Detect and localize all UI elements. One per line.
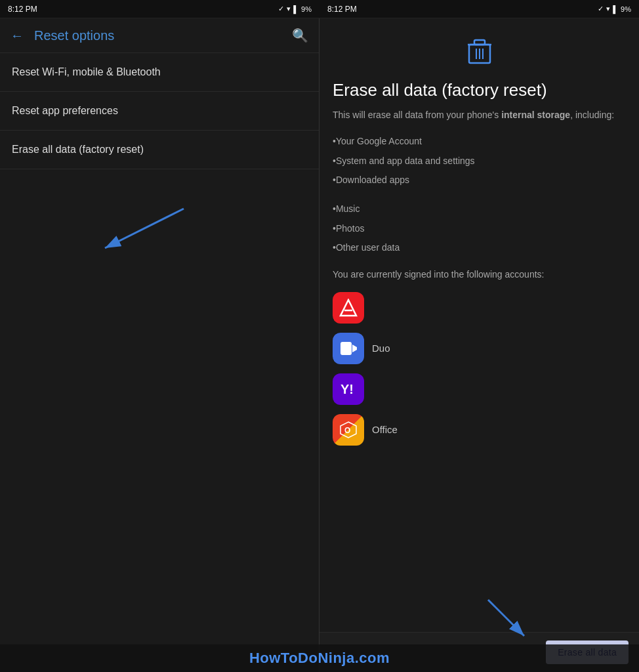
office-label: Office [372,424,398,435]
svg-marker-8 [340,300,356,316]
left-header: ← Reset options 🔍 [0,18,319,53]
svg-text:Y!: Y! [340,382,354,396]
svg-line-1 [105,209,184,248]
svg-line-16 [488,600,524,636]
data-item-google: •Your Google Account [333,135,626,148]
data-item-music: •Music [333,203,626,216]
page-title: Reset options [34,28,292,43]
status-icons-left: ✓ ▾ ▌ 9% [278,5,312,13]
trash-icon [468,38,491,70]
back-button[interactable]: ← [10,28,24,43]
annotation-arrow-right [482,597,534,642]
menu-item-wifi[interactable]: Reset Wi-Fi, mobile & Bluetooth [0,53,319,92]
svg-marker-11 [352,345,357,352]
status-bar: 8:12 PM ✓ ▾ ▌ 9% 8:12 PM ✓ ▾ ▌ 9% [0,0,639,18]
annotation-arrow-left [92,196,197,261]
time-right: 8:12 PM [327,5,357,14]
data-item-user: •Other user data [333,242,626,255]
svg-text:O: O [344,426,350,435]
erase-description: This will erase all data from your phone… [333,108,626,122]
app-row-adobe [333,292,626,324]
erase-title: Erase all data (factory reset) [333,80,626,100]
svg-rect-10 [340,342,352,355]
accounts-text: You are currently signed into the follow… [333,268,626,282]
svg-rect-4 [474,40,485,45]
time-left: 8:12 PM [8,5,37,14]
right-content: Erase all data (factory reset) This will… [320,18,639,507]
data-item-apps: •Downloaded apps [333,174,626,187]
duo-label: Duo [372,343,390,354]
wifi-icon-right: ▾ [606,5,610,13]
yahoo-icon: Y! [333,373,364,405]
data-item-photos: •Photos [333,222,626,236]
data-item-system: •System and app data and settings [333,155,626,168]
status-bar-right: 8:12 PM ✓ ▾ ▌ 9% [320,0,639,18]
watermark: HowToDoNinja.com [0,644,639,672]
content-area: ← Reset options 🔍 Reset Wi-Fi, mobile & … [0,18,639,672]
search-icon[interactable]: 🔍 [292,28,308,43]
app-row-duo: Duo [333,333,626,364]
adobe-icon [333,292,364,324]
bluetooth-icon-left: ✓ [278,5,284,13]
status-bar-left: 8:12 PM ✓ ▾ ▌ 9% [0,0,320,18]
menu-item-app-prefs[interactable]: Reset app preferences [0,92,319,131]
left-panel: ← Reset options 🔍 Reset Wi-Fi, mobile & … [0,18,320,672]
signal-icon-left: ▌ [293,5,299,13]
signal-icon-right: ▌ [613,5,618,13]
duo-icon [333,333,364,364]
battery-left: 9% [301,5,312,13]
office-icon: O [333,414,364,446]
wifi-icon-left: ▾ [287,5,291,13]
app-row-yahoo: Y! [333,373,626,405]
menu-item-factory-reset[interactable]: Erase all data (factory reset) [0,131,319,169]
right-panel: Erase all data (factory reset) This will… [320,18,639,672]
trash-icon-container [333,38,626,70]
battery-right: 9% [621,5,631,13]
status-icons-right: ✓ ▾ ▌ 9% [598,5,631,13]
app-row-office: O Office [333,414,626,446]
bluetooth-icon-right: ✓ [598,5,604,13]
watermark-text: HowToDoNinja.com [249,650,390,666]
